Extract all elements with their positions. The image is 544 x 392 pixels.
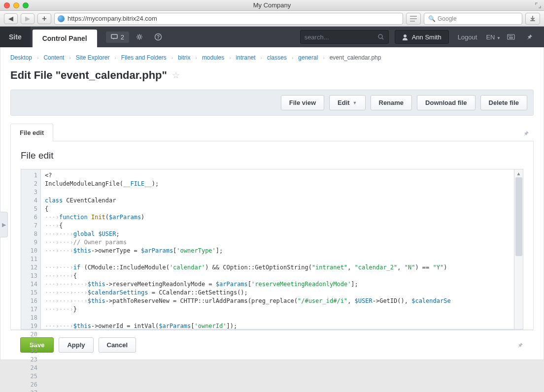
- window-title: My Company: [253, 1, 291, 9]
- breadcrumb-link[interactable]: general: [298, 54, 318, 61]
- svg-rect-10: [509, 35, 510, 36]
- svg-point-8: [404, 34, 407, 37]
- notif-count: 2: [121, 33, 124, 41]
- chevron-down-icon: ▼: [353, 100, 357, 105]
- breadcrumb-separator-icon: ›: [261, 55, 262, 61]
- edit-button[interactable]: Edit▼: [329, 95, 365, 110]
- svg-point-4: [138, 36, 140, 38]
- breadcrumb: Desktop›Content›Site Explorer›Files and …: [0, 47, 544, 67]
- browser-search[interactable]: 🔍 Google: [424, 13, 522, 25]
- breadcrumb-separator-icon: ›: [229, 55, 231, 61]
- chat-icon: [111, 34, 118, 40]
- search-magnifier-icon: 🔍: [428, 15, 436, 22]
- close-window-button[interactable]: [4, 2, 10, 8]
- app-header: Site Control Panel 2 ? search... Ann Smi…: [0, 27, 544, 47]
- page-title-row: Edit File "event_calendar.php" ☆: [0, 67, 544, 90]
- forward-button[interactable]: ▶: [21, 13, 34, 24]
- pin-bottom-button[interactable]: [517, 342, 524, 349]
- breadcrumb-link[interactable]: modules: [202, 54, 224, 61]
- search-placeholder: search...: [305, 33, 329, 41]
- breadcrumb-separator-icon: ›: [292, 55, 293, 61]
- svg-rect-1: [410, 18, 417, 19]
- side-panel-toggle[interactable]: ▶: [0, 212, 8, 237]
- add-bookmark-button[interactable]: +: [37, 13, 51, 24]
- svg-text:?: ?: [157, 34, 160, 40]
- breadcrumb-separator-icon: ›: [69, 55, 70, 61]
- tabs: File edit: [10, 124, 534, 141]
- mac-titlebar: My Company: [0, 0, 544, 11]
- main-content: Desktop›Content›Site Explorer›Files and …: [0, 47, 544, 360]
- svg-point-7: [378, 34, 382, 38]
- search-icon: [377, 33, 384, 40]
- bottom-action-row: Save Apply Cancel: [10, 330, 534, 359]
- breadcrumb-link[interactable]: bitrix: [178, 54, 190, 61]
- globe-icon: [58, 15, 65, 22]
- svg-rect-13: [509, 37, 513, 38]
- site-tab[interactable]: Site: [0, 27, 31, 47]
- breadcrumb-link[interactable]: Desktop: [10, 54, 32, 61]
- svg-rect-11: [510, 35, 511, 36]
- scroll-thumb[interactable]: [515, 177, 522, 256]
- svg-rect-0: [410, 16, 417, 17]
- notifications-button[interactable]: 2: [106, 32, 129, 43]
- favorite-star-icon[interactable]: ☆: [172, 70, 180, 81]
- breadcrumb-link[interactable]: classes: [267, 54, 287, 61]
- file-view-button[interactable]: File view: [281, 95, 324, 110]
- cancel-button[interactable]: Cancel: [99, 337, 136, 353]
- svg-rect-9: [508, 34, 514, 39]
- rename-button[interactable]: Rename: [371, 95, 412, 110]
- breadcrumb-separator-icon: ›: [114, 55, 116, 61]
- browser-toolbar: ◀ ▶ + https://mycompany.bitrix24.com 🔍 G…: [0, 11, 544, 27]
- pin-tabs-button[interactable]: [519, 126, 534, 141]
- back-button[interactable]: ◀: [4, 13, 18, 24]
- breadcrumb-current: event_calendar.php: [330, 54, 381, 61]
- pin-icon: [517, 342, 524, 349]
- pin-icon: [523, 130, 530, 137]
- breadcrumb-separator-icon: ›: [196, 55, 197, 61]
- user-icon: [402, 34, 408, 40]
- lang-selector[interactable]: EN ▼: [486, 33, 501, 41]
- reader-button[interactable]: [406, 13, 421, 25]
- download-button[interactable]: Download file: [417, 95, 476, 110]
- fullscreen-icon[interactable]: [535, 2, 541, 8]
- svg-rect-2: [410, 21, 415, 22]
- user-menu[interactable]: Ann Smith: [395, 30, 449, 44]
- breadcrumb-separator-icon: ›: [171, 55, 173, 61]
- delete-button[interactable]: Delete file: [480, 95, 527, 110]
- downloads-button[interactable]: [525, 13, 540, 25]
- action-bar: File view Edit▼ Rename Download file Del…: [10, 90, 534, 116]
- control-panel-tab[interactable]: Control Panel: [33, 30, 97, 47]
- settings-button[interactable]: [131, 30, 148, 44]
- scroll-up-arrow-icon[interactable]: ▲: [514, 169, 523, 177]
- keyboard-button[interactable]: [503, 30, 519, 44]
- panel-heading: File edit: [21, 150, 523, 161]
- header-search[interactable]: search...: [300, 30, 389, 44]
- help-icon: ?: [154, 33, 162, 41]
- breadcrumb-link[interactable]: intranet: [236, 54, 256, 61]
- breadcrumb-link[interactable]: Files and Folders: [121, 54, 167, 61]
- help-button[interactable]: ?: [150, 30, 167, 44]
- apply-button[interactable]: Apply: [59, 337, 93, 353]
- line-gutter: 1234567891011121314151617181920212223242…: [21, 169, 41, 329]
- traffic-lights: [4, 2, 29, 8]
- breadcrumb-link[interactable]: Site Explorer: [76, 54, 110, 61]
- code-area[interactable]: <?IncludeModuleLangFile(__FILE__); class…: [41, 169, 514, 329]
- page-title: Edit File "event_calendar.php": [10, 69, 167, 82]
- pin-header-button[interactable]: [521, 30, 538, 44]
- url-bar[interactable]: https://mycompany.bitrix24.com: [54, 13, 403, 25]
- keyboard-icon: [507, 34, 515, 40]
- user-name: Ann Smith: [412, 33, 442, 41]
- breadcrumb-link[interactable]: Content: [43, 54, 64, 61]
- svg-rect-12: [511, 35, 512, 36]
- pin-icon: [526, 33, 533, 40]
- code-editor[interactable]: 1234567891011121314151617181920212223242…: [21, 169, 523, 329]
- browser-search-placeholder: Google: [438, 15, 457, 22]
- gear-icon: [136, 33, 143, 41]
- zoom-window-button[interactable]: [23, 2, 29, 8]
- minimize-window-button[interactable]: [13, 2, 19, 8]
- tab-file-edit[interactable]: File edit: [10, 124, 53, 141]
- vertical-scrollbar[interactable]: ▲: [514, 169, 523, 329]
- url-text: https://mycompany.bitrix24.com: [68, 15, 157, 22]
- breadcrumb-separator-icon: ›: [37, 55, 38, 61]
- logout-link[interactable]: Logout: [458, 33, 477, 41]
